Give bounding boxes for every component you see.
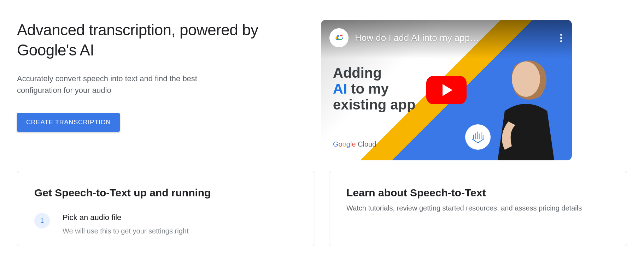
learn-title: Learn about Speech-to-Text (346, 187, 610, 199)
play-icon[interactable] (426, 76, 467, 104)
speech-badge-icon (465, 124, 491, 150)
create-transcription-button[interactable]: CREATE TRANSCRIPTION (17, 113, 120, 132)
get-started-card: Get Speech-to-Text up and running 1 Pick… (17, 171, 315, 246)
cards-row: Get Speech-to-Text up and running 1 Pick… (17, 171, 627, 246)
video-column: How do I add AI into my app… Adding AI t… (321, 20, 572, 160)
google-cloud-icon (333, 32, 345, 44)
video-title-bar: How do I add AI into my app… (329, 28, 563, 47)
learn-subtitle: Watch tutorials, review getting started … (346, 203, 610, 213)
step-title: Pick an audio file (63, 213, 188, 222)
step-description: We will use this to get your settings ri… (63, 227, 188, 235)
svg-point-6 (512, 61, 540, 97)
page-title: Advanced transcription, powered by Googl… (17, 20, 307, 60)
step-1: 1 Pick an audio file We will use this to… (34, 213, 298, 235)
video-title: How do I add AI into my app… (355, 32, 552, 43)
page-subtitle: Accurately convert speech into text and … (17, 73, 243, 96)
overlay-line3: existing app (333, 97, 415, 113)
google-cloud-logo: Google Cloud (333, 140, 376, 148)
learn-card: Learn about Speech-to-Text Watch tutoria… (329, 171, 627, 246)
step-number: 1 (34, 213, 50, 229)
channel-avatar[interactable] (329, 28, 349, 47)
get-started-title: Get Speech-to-Text up and running (34, 187, 298, 199)
overlay-line1: Adding (333, 65, 415, 81)
video-more-icon[interactable] (559, 31, 563, 45)
hero-section: Advanced transcription, powered by Googl… (17, 20, 307, 160)
video-overlay-text: Adding AI to my existing app (333, 65, 415, 113)
video-thumbnail[interactable]: How do I add AI into my app… Adding AI t… (321, 20, 572, 160)
overlay-line2: AI to my (333, 81, 415, 97)
